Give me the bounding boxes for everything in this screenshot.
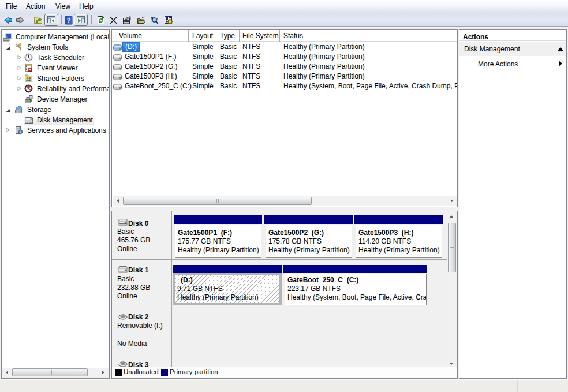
svg-text:?: ? xyxy=(67,17,71,24)
